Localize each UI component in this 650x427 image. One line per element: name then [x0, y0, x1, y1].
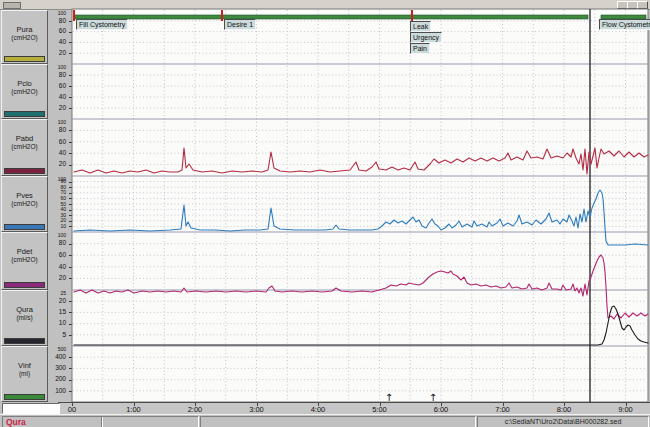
time-axis-label: 4:00	[311, 405, 326, 414]
event-label-fill-cystometry[interactable]: Fill Cystometry	[76, 19, 128, 30]
time-axis-label: 5:00	[372, 405, 387, 414]
status-bar: Qura c:\SediaNT\Uro2\Data\BH000282.sed	[0, 414, 650, 427]
application-window: Pura(cmH2O)Pclo(cmH2O)Pabd(cmH2O)Pves(cm…	[0, 0, 650, 427]
time-axis-label: 00	[68, 405, 76, 414]
time-axis-tick	[626, 403, 627, 406]
time-axis-tick	[195, 403, 196, 406]
event-marker-tick[interactable]	[411, 10, 413, 21]
time-axis-tick	[564, 403, 565, 406]
event-label-urgency[interactable]: Urgency	[410, 32, 442, 43]
time-axis-tick	[380, 403, 381, 406]
status-section	[200, 416, 476, 427]
time-axis-label: 2:00	[188, 405, 203, 414]
event-label-desire-1[interactable]: Desire 1	[224, 19, 256, 30]
phase-bar[interactable]	[74, 15, 588, 19]
time-axis-tick	[257, 403, 258, 406]
status-file-path: c:\SediaNT\Uro2\Data\BH000282.sed	[477, 416, 649, 427]
time-axis-tick	[318, 403, 319, 406]
time-axis-label: 1:00	[126, 405, 141, 414]
horizontal-scrollbar[interactable]	[2, 403, 60, 414]
event-marker-tick[interactable]	[73, 10, 75, 21]
time-axis-label: 3:00	[249, 405, 264, 414]
event-marker-tick[interactable]	[221, 10, 223, 21]
time-axis-tick	[134, 403, 135, 406]
time-axis-label: 8:00	[557, 405, 572, 414]
trace-plot-area[interactable]: ↑↑	[0, 0, 650, 427]
plot-background	[72, 9, 648, 402]
time-axis-tick	[503, 403, 504, 406]
time-axis-tick	[72, 403, 73, 406]
status-active-channel: Qura	[2, 416, 103, 427]
time-axis-label: 9:00	[618, 405, 633, 414]
event-label-flow-cystometry[interactable]: Flow Cystometry	[599, 19, 650, 30]
time-axis-label: 7:00	[495, 405, 510, 414]
event-label-leak[interactable]: Leak	[410, 21, 431, 32]
time-axis-label: 6:00	[434, 405, 449, 414]
event-label-pain[interactable]: Pain	[410, 43, 430, 54]
status-section	[101, 416, 199, 427]
time-axis-tick	[441, 403, 442, 406]
